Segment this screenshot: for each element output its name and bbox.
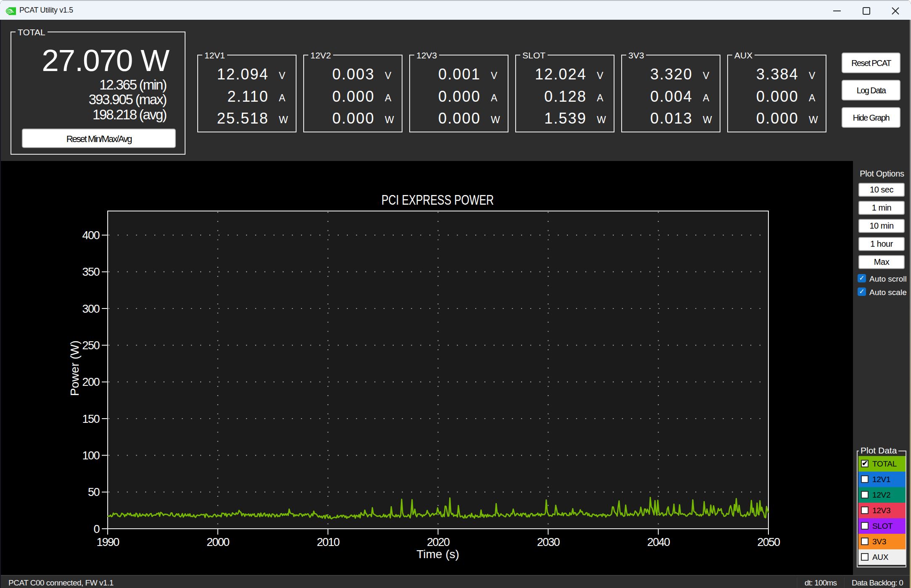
svg-text:400: 400 — [82, 229, 99, 242]
svg-text:1990: 1990 — [97, 536, 119, 548]
svg-text:2010: 2010 — [317, 536, 339, 548]
svg-text:100: 100 — [82, 449, 99, 462]
svg-text:2040: 2040 — [647, 536, 670, 548]
svg-text:2000: 2000 — [207, 536, 229, 548]
svg-text:PCI EXPRESS POWER: PCI EXPRESS POWER — [381, 192, 494, 208]
svg-text:150: 150 — [82, 413, 99, 425]
svg-text:350: 350 — [82, 266, 99, 278]
svg-text:Power (W): Power (W) — [68, 340, 81, 396]
svg-text:0: 0 — [93, 523, 99, 535]
svg-text:50: 50 — [88, 486, 100, 498]
svg-text:2030: 2030 — [537, 536, 560, 548]
svg-text:2050: 2050 — [757, 536, 780, 548]
svg-text:200: 200 — [82, 376, 99, 388]
svg-text:Time (s): Time (s) — [416, 548, 459, 561]
svg-text:2020: 2020 — [427, 536, 450, 548]
svg-text:250: 250 — [82, 339, 99, 352]
svg-text:300: 300 — [82, 303, 99, 315]
